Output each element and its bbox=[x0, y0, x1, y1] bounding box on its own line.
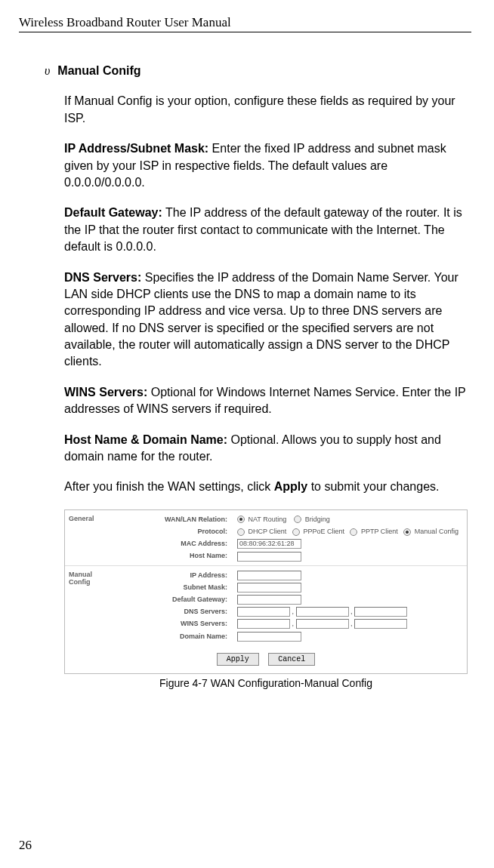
figure-labels-manual: IP Address: Subnet Mask: Default Gateway… bbox=[116, 566, 233, 645]
radio-bridge[interactable] bbox=[294, 516, 301, 523]
fig-label-wins: WINS Servers: bbox=[118, 617, 227, 629]
label-ip-subnet: IP Address/Subnet Mask: bbox=[64, 142, 208, 155]
radio-label-manual: Manual Config bbox=[415, 528, 458, 535]
input-domain[interactable] bbox=[237, 632, 301, 642]
input-subnet[interactable] bbox=[237, 583, 301, 593]
label-wins: WINS Servers: bbox=[64, 386, 147, 399]
fig-label-domain: Domain Name: bbox=[118, 630, 227, 642]
input-dns3[interactable] bbox=[354, 607, 407, 617]
cancel-button[interactable]: Cancel bbox=[268, 653, 315, 666]
paragraph-hostdomain: Host Name & Domain Name: Optional. Allow… bbox=[64, 432, 468, 466]
label-hostdomain: Host Name & Domain Name: bbox=[64, 433, 227, 446]
paragraph-wins: WINS Servers: Optional for Windows Inter… bbox=[64, 384, 468, 418]
input-ip[interactable] bbox=[237, 571, 301, 580]
radio-dhcp[interactable] bbox=[237, 528, 245, 536]
fig-label-ip: IP Address: bbox=[118, 569, 227, 581]
radio-manual[interactable] bbox=[403, 528, 411, 536]
fig-label-wanlan: WAN/LAN Relation: bbox=[118, 513, 227, 525]
radio-label-pptp: PPTP Client bbox=[361, 528, 398, 535]
figure-section-manual: Manual Config bbox=[65, 566, 116, 645]
radio-nat[interactable] bbox=[237, 516, 245, 523]
fig-label-mac: MAC Address: bbox=[118, 537, 227, 549]
figure-labels-general: WAN/LAN Relation: Protocol: MAC Address:… bbox=[116, 510, 233, 565]
section-heading: υ Manual Conifg bbox=[45, 63, 468, 79]
text-dns: Specifies the IP address of the Domain N… bbox=[64, 271, 458, 368]
bullet-icon: υ bbox=[45, 63, 50, 79]
radio-pptp[interactable] bbox=[350, 528, 357, 536]
label-dns: DNS Servers: bbox=[64, 271, 141, 284]
apply-button[interactable]: Apply bbox=[217, 653, 259, 666]
radio-label-nat: NAT Routing bbox=[249, 516, 287, 523]
radio-label-pppoe: PPPoE Client bbox=[303, 528, 344, 535]
input-wins1[interactable] bbox=[237, 619, 290, 629]
section-title-text: Manual Conifg bbox=[57, 63, 140, 79]
text-apply-bold: Apply bbox=[274, 480, 307, 493]
input-wins3[interactable] bbox=[354, 619, 407, 629]
input-gateway[interactable] bbox=[237, 595, 301, 605]
input-dns2[interactable] bbox=[296, 607, 349, 617]
fig-label-host: Host Name: bbox=[118, 549, 227, 562]
figure-caption: Figure 4-7 WAN Configuration-Manual Conf… bbox=[64, 677, 468, 689]
text-apply-pre: After you finish the WAN settings, click bbox=[64, 480, 274, 493]
fig-label-dns: DNS Servers: bbox=[118, 605, 227, 617]
figure-wan-config: General WAN/LAN Relation: Protocol: MAC … bbox=[64, 509, 468, 674]
fig-label-subnet: Subnet Mask: bbox=[118, 581, 227, 593]
paragraph-gateway: Default Gateway: The IP address of the d… bbox=[64, 205, 468, 255]
radio-pppoe[interactable] bbox=[292, 528, 300, 536]
paragraph-dns: DNS Servers: Specifies the IP address of… bbox=[64, 269, 468, 371]
input-wins2[interactable] bbox=[296, 619, 349, 629]
paragraph-ip: IP Address/Subnet Mask: Enter the fixed … bbox=[64, 140, 468, 191]
label-gateway: Default Gateway: bbox=[64, 206, 162, 219]
fig-label-gateway: Default Gateway: bbox=[118, 593, 227, 605]
figure-section-general: General bbox=[65, 510, 116, 565]
page-number: 26 bbox=[19, 838, 32, 853]
input-dns1[interactable] bbox=[237, 607, 290, 617]
input-host[interactable] bbox=[237, 552, 301, 562]
paragraph-apply: After you finish the WAN settings, click… bbox=[64, 479, 468, 495]
input-mac[interactable]: 08:80:96:32:61:28 bbox=[237, 539, 301, 549]
fig-label-proto: Protocol: bbox=[118, 525, 227, 537]
document-header: Wireless Broadband Router User Manual bbox=[19, 15, 471, 32]
paragraph-intro: If Manual Config is your option, configu… bbox=[64, 93, 468, 127]
text-apply-post: to submit your changes. bbox=[307, 480, 439, 493]
radio-label-bridge: Bridging bbox=[305, 516, 330, 523]
radio-label-dhcp: DHCP Client bbox=[249, 528, 287, 535]
